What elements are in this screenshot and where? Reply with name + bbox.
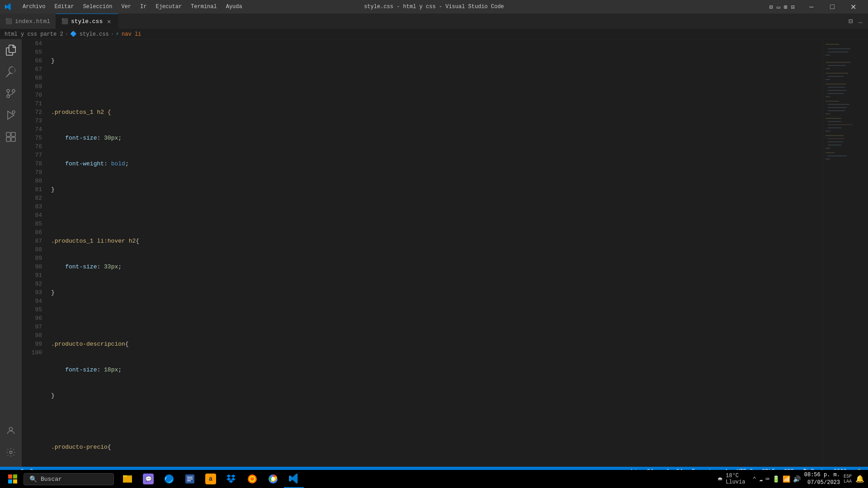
taskbar-explorer[interactable] <box>180 470 200 488</box>
svg-rect-29 <box>828 110 845 111</box>
svg-rect-40 <box>826 148 830 149</box>
maximize-button[interactable]: □ <box>822 0 843 14</box>
editor-scroll[interactable]: 64 65 66 67 68 69 70 71 72 73 74 75 76 7… <box>22 39 823 467</box>
activity-bar <box>0 39 22 467</box>
svg-rect-32 <box>828 121 841 122</box>
menu-ayuda[interactable]: Ayuda <box>222 3 246 11</box>
code-lines[interactable]: } .productos_1 h2 { font-size: 30px; fon… <box>47 39 823 467</box>
svg-rect-30 <box>826 113 830 114</box>
tabs-bar: ⬛ index.html ⬛ style.css ✕ ⊟ … <box>0 14 868 29</box>
breadcrumb-folder[interactable]: html y css parte 2 <box>5 31 63 38</box>
svg-rect-42 <box>828 155 847 156</box>
svg-point-57 <box>271 477 275 481</box>
layout-icon-3[interactable]: ⊞ <box>784 4 790 10</box>
split-editor-icon[interactable]: ⊟ <box>847 16 855 27</box>
close-button[interactable]: ✕ <box>843 0 863 14</box>
code-line-66: .productos_1 h2 { <box>51 108 823 117</box>
svg-rect-39 <box>828 145 841 145</box>
weather-info: 18°C Lluvia <box>726 473 745 485</box>
svg-rect-25 <box>826 96 830 97</box>
editor-area: 64 65 66 67 68 69 70 71 72 73 74 75 76 7… <box>22 39 868 467</box>
tab-close-button[interactable]: ✕ <box>105 18 113 25</box>
svg-rect-28 <box>828 107 847 108</box>
vscode-logo-icon <box>5 3 12 10</box>
volume-icon[interactable]: 🔊 <box>793 475 801 483</box>
start-button[interactable] <box>4 470 22 488</box>
titlebar-title: style.css - html y css - Visual Studio C… <box>364 4 504 10</box>
menu-editar[interactable]: Editar <box>51 3 77 11</box>
taskbar-search[interactable]: 🔍 Buscar <box>24 473 114 485</box>
svg-point-1 <box>12 89 15 92</box>
tab-style-css[interactable]: ⬛ style.css ✕ <box>56 14 118 29</box>
titlebar-menu[interactable]: Archivo Editar Selección Ver Ir Ejecutar… <box>19 3 246 11</box>
svg-rect-7 <box>6 137 10 141</box>
taskbar-amazon[interactable]: a <box>201 470 221 488</box>
taskbar-chat[interactable]: 💬 <box>138 470 158 488</box>
taskbar-chrome[interactable] <box>263 470 283 488</box>
chevron-up-icon[interactable]: ⌃ <box>752 475 756 483</box>
breadcrumb-sep-1: › <box>65 31 68 38</box>
taskbar-weather[interactable]: 🌧 18°C Lluvia <box>717 473 745 485</box>
activity-source-control[interactable] <box>0 83 22 104</box>
taskbar-datetime[interactable]: 08:56 p. m. 07/05/2023 <box>804 471 840 487</box>
activity-run-debug[interactable] <box>0 104 22 126</box>
svg-rect-8 <box>11 137 15 141</box>
menu-ejecutar[interactable]: Ejecutar <box>152 3 185 11</box>
menu-ver[interactable]: Ver <box>118 3 135 11</box>
svg-rect-13 <box>828 52 848 52</box>
keyboard-icon[interactable]: ⌨ <box>765 475 769 483</box>
layout-icon-4[interactable]: ⊡ <box>791 4 797 10</box>
titlebar: Archivo Editar Selección Ver Ir Ejecutar… <box>0 0 868 14</box>
minimize-button[interactable]: – <box>801 0 822 14</box>
taskbar-firefox[interactable] <box>242 470 262 488</box>
notification-icon[interactable]: 🔔 <box>855 474 864 483</box>
svg-rect-19 <box>828 76 844 77</box>
menu-terminal[interactable]: Terminal <box>187 3 221 11</box>
menu-ir[interactable]: Ir <box>137 3 150 11</box>
code-line-68: font-weight: bold; <box>51 160 823 168</box>
menu-archivo[interactable]: Archivo <box>19 3 49 11</box>
tab-index-html[interactable]: ⬛ index.html <box>0 14 56 29</box>
menu-seleccion[interactable]: Selección <box>80 3 116 11</box>
tabs-right-controls: ⊟ … <box>847 14 868 29</box>
activity-search[interactable] <box>0 61 22 83</box>
activity-settings[interactable] <box>0 441 22 463</box>
battery-icon[interactable]: 🔋 <box>772 475 780 483</box>
taskbar: 🔍 Buscar 💬 <box>0 470 868 488</box>
svg-rect-21 <box>826 84 846 84</box>
svg-rect-22 <box>828 87 845 88</box>
breadcrumb-css-icon: 🔷 <box>70 31 77 38</box>
titlebar-controls: – □ ✕ <box>801 0 863 14</box>
svg-rect-14 <box>826 55 830 56</box>
layout-icon-1[interactable]: ⊟ <box>769 4 776 10</box>
taskbar-vscode[interactable] <box>284 470 304 488</box>
svg-rect-12 <box>828 48 850 49</box>
breadcrumb-file[interactable]: style.css <box>80 31 109 38</box>
taskbar-file-manager[interactable] <box>118 470 137 488</box>
activity-extensions[interactable] <box>0 126 22 148</box>
breadcrumb-selector[interactable]: nav li <box>122 31 141 38</box>
taskbar-right: 🌧 18°C Lluvia ⌃ ☁ ⌨ 🔋 📶 🔊 08:56 p. m. 07… <box>717 471 864 487</box>
cloud-icon[interactable]: ☁ <box>759 475 763 483</box>
svg-rect-16 <box>828 65 846 66</box>
svg-rect-15 <box>826 62 850 63</box>
wifi-icon[interactable]: 📶 <box>783 475 790 483</box>
taskbar-dropbox[interactable] <box>222 470 241 488</box>
taskbar-edge[interactable] <box>159 470 179 488</box>
tab-style-css-label: style.css <box>71 18 103 25</box>
svg-point-10 <box>9 451 12 454</box>
code-line-71: .productos_1 li:hover h2{ <box>51 237 823 245</box>
svg-rect-26 <box>826 101 839 102</box>
more-actions-icon[interactable]: … <box>856 16 864 26</box>
code-line-70 <box>51 211 823 220</box>
layout-icon-2[interactable]: ▭ <box>777 4 783 10</box>
search-icon: 🔍 <box>29 475 37 483</box>
minimap <box>823 39 868 467</box>
svg-rect-31 <box>826 118 841 119</box>
code-line-72: font-size: 33px; <box>51 263 823 271</box>
activity-explorer[interactable] <box>0 39 22 61</box>
weather-icon: 🌧 <box>717 476 723 483</box>
weather-temp: 18°C <box>726 473 745 479</box>
activity-account[interactable] <box>0 420 22 441</box>
code-line-69: } <box>51 185 823 194</box>
